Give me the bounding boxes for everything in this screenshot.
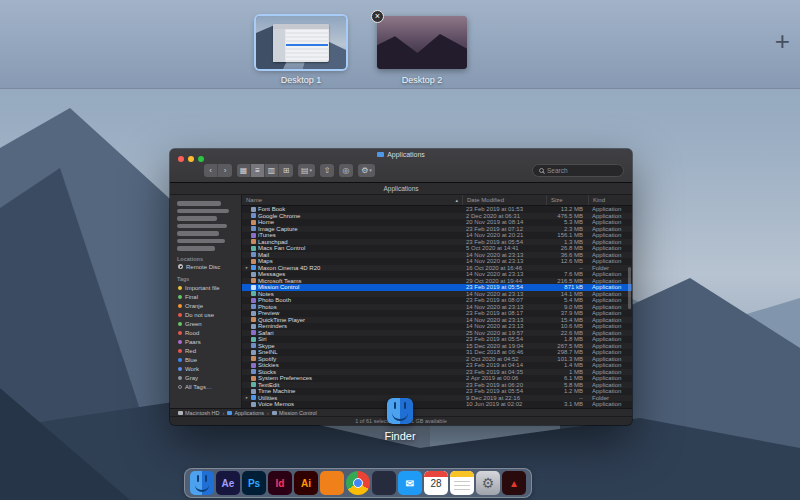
redacted-sidebar-item[interactable] [177, 201, 221, 206]
column-header-name[interactable]: Name▴ [242, 195, 462, 205]
dock-item-dark-app[interactable] [372, 471, 396, 495]
forward-button[interactable]: › [218, 164, 232, 177]
sidebar-tag-rood[interactable]: Rood [170, 328, 241, 337]
dark-app-icon [372, 471, 396, 495]
action-button[interactable]: ⚙▾ [358, 164, 375, 177]
sidebar-tag-all-tags[interactable]: All Tags… [170, 382, 241, 391]
search-field[interactable]: Search [532, 164, 624, 177]
app-icon [251, 350, 256, 355]
path-label: Mission Control [279, 410, 317, 416]
finder-window[interactable]: Applications ‹ › ▦≡▥⊞ ▤▾ ⇧ ◎ ⚙▾ Search A… [170, 149, 632, 425]
sidebar-tag-red[interactable]: Red [170, 346, 241, 355]
dock-item-after-effects[interactable]: Ae [216, 471, 240, 495]
sidebar-item-label: Remote Disc [186, 264, 220, 270]
dock-item-finder[interactable] [190, 471, 214, 495]
column-header-date-modified[interactable]: Date Modified [462, 195, 546, 205]
sidebar-tag-green[interactable]: Green [170, 319, 241, 328]
redacted-sidebar-item[interactable] [177, 231, 219, 236]
redacted-sidebar-item[interactable] [177, 246, 215, 251]
tag-label: All Tags… [185, 384, 212, 390]
sidebar-tags-list: Important fileFinalOranjeDo not useGreen… [170, 283, 241, 391]
column-header-size[interactable]: Size [546, 195, 588, 205]
path-item-macintosh-hd[interactable]: Macintosh HD [178, 410, 220, 416]
sidebar-item-remote-disc[interactable]: Remote Disc [170, 263, 241, 272]
path-item-mission-control[interactable]: Mission Control [272, 410, 317, 416]
indesign-icon: Id [268, 471, 292, 495]
sidebar-tag-work[interactable]: Work [170, 364, 241, 373]
sidebar-tag-blue[interactable]: Blue [170, 355, 241, 364]
folder-proxy-icon [377, 152, 384, 157]
dock-item-orange-app[interactable] [320, 471, 344, 495]
mail-icon: ✉ [398, 471, 422, 495]
folder-icon [227, 411, 232, 415]
desktop-1-group: Desktop 1 [256, 16, 346, 85]
tag-color-icon [178, 349, 182, 353]
redacted-sidebar-item[interactable] [177, 216, 217, 221]
desktop-1-thumbnail[interactable] [256, 16, 346, 69]
column-headers: Name▴ Date Modified Size Kind [242, 195, 632, 206]
app-icon [251, 382, 256, 387]
sidebar-tag-paars[interactable]: Paars [170, 337, 241, 346]
view-columns-button[interactable]: ▥ [265, 164, 279, 177]
tag-color-icon [178, 340, 182, 344]
tab-applications[interactable]: Applications [170, 183, 632, 195]
view-list-button[interactable]: ≡ [251, 164, 265, 177]
group-icon: ▤ [301, 166, 309, 175]
dock-item-mail[interactable]: ✉ [398, 471, 422, 495]
file-row-voice-memos[interactable]: Voice Memos10 Jun 2019 at 02:023.1 MBApp… [242, 401, 632, 408]
app-icon [251, 298, 256, 303]
column-header-kind[interactable]: Kind [588, 195, 632, 205]
view-mode-segmented-control: ▦≡▥⊞ [237, 164, 293, 177]
sidebar-tag-do-not-use[interactable]: Do not use [170, 310, 241, 319]
dock-item-acrobat[interactable]: ▲ [502, 471, 526, 495]
add-desktop-button[interactable]: + [775, 28, 790, 54]
nav-buttons: ‹ › [204, 164, 232, 177]
path-item-applications[interactable]: Applications [227, 410, 264, 416]
chevron-down-icon: ▾ [369, 167, 372, 173]
chevron-down-icon: ▾ [310, 167, 313, 173]
desktop-1-label: Desktop 1 [256, 75, 346, 85]
share-button[interactable]: ⇧ [320, 164, 334, 177]
app-icon [251, 402, 256, 407]
group-by-button[interactable]: ▤▾ [298, 164, 315, 177]
dock-item-system-preferences[interactable]: ⚙ [476, 471, 500, 495]
desktop-2-thumbnail[interactable] [377, 16, 467, 69]
disc-icon [178, 264, 183, 269]
redacted-sidebar-item[interactable] [177, 209, 229, 214]
sidebar-tag-oranje[interactable]: Oranje [170, 301, 241, 310]
view-icon-button[interactable]: ▦ [237, 164, 251, 177]
finder-icon [190, 471, 214, 495]
dock-item-photoshop[interactable]: Ps [242, 471, 266, 495]
redacted-sidebar-item[interactable] [177, 224, 227, 229]
sidebar-tag-important-file[interactable]: Important file [170, 283, 241, 292]
tags-button[interactable]: ◎ [339, 164, 353, 177]
tag-color-icon [178, 313, 182, 317]
close-desktop-icon[interactable]: × [371, 10, 384, 23]
sidebar-favorites-redacted [170, 201, 241, 251]
illustrator-icon: Ai [294, 471, 318, 495]
dock-item-indesign[interactable]: Id [268, 471, 292, 495]
sidebar-tag-gray[interactable]: Gray [170, 373, 241, 382]
tag-label: Rood [185, 330, 199, 336]
app-icon [251, 324, 256, 329]
tag-label: Red [185, 348, 196, 354]
acrobat-icon: ▲ [502, 471, 526, 495]
view-gallery-button[interactable]: ⊞ [279, 164, 293, 177]
dock-item-illustrator[interactable]: Ai [294, 471, 318, 495]
dock-item-notes[interactable] [450, 471, 474, 495]
sidebar-tag-final[interactable]: Final [170, 292, 241, 301]
redacted-sidebar-item[interactable] [177, 239, 225, 244]
app-icon [251, 356, 256, 361]
search-icon [539, 168, 544, 173]
scrollbar[interactable] [628, 267, 631, 309]
dock-item-calendar[interactable]: 28 [424, 471, 448, 495]
tag-label: Gray [185, 375, 198, 381]
app-icon [251, 337, 256, 342]
back-button[interactable]: ‹ [204, 164, 218, 177]
folder-icon [251, 395, 256, 400]
tag-color-icon [178, 376, 182, 380]
finder-app-icon[interactable] [387, 398, 413, 424]
calendar-day: 28 [424, 478, 448, 489]
path-label: Applications [234, 410, 264, 416]
dock-item-google-chrome[interactable] [346, 471, 370, 495]
